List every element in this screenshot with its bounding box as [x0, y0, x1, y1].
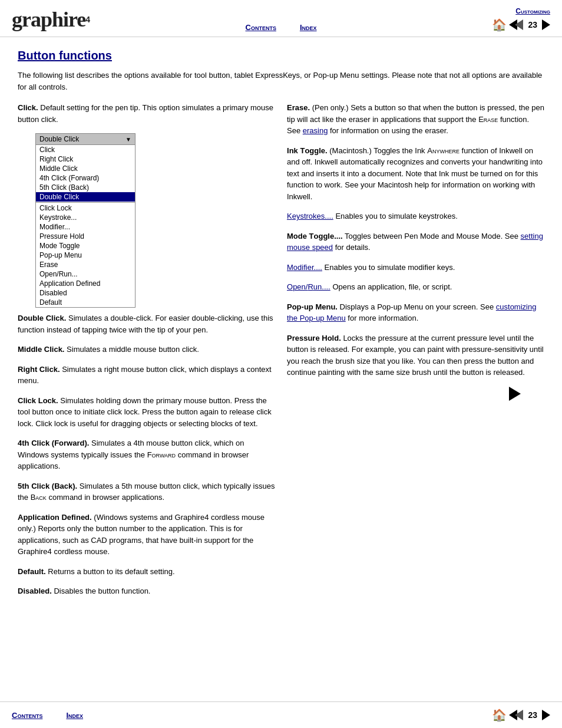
def-pressure-hold: Pressure Hold. Locks the pressure at the…	[287, 332, 544, 378]
header-nav: Contents Index	[245, 23, 316, 32]
footer-page-number: 23	[528, 710, 537, 720]
list-item: Click Lock	[36, 203, 135, 213]
prev-page-icon2[interactable]	[515, 19, 523, 30]
term-click-lock: Click Lock.	[18, 396, 58, 405]
desc-open-run: Opens an application, file, or script.	[332, 282, 452, 291]
term-middle-click: Middle Click.	[18, 345, 64, 354]
list-item: Middle Click	[36, 164, 135, 173]
footer: Contents Index 🏠 23	[0, 701, 562, 728]
term-open-run: Open/Run....	[287, 282, 330, 291]
header: graphire4 Contents Index Customizing 🏠 2…	[0, 0, 562, 37]
def-4th-click: 4th Click (Forward). Simulates a 4th mou…	[18, 437, 275, 472]
def-click: Click. Default setting for the pen tip. …	[18, 102, 275, 125]
desc-erase: (Pen only.) Sets a button so that when t…	[287, 103, 544, 135]
list-item: Default	[36, 298, 135, 307]
def-keystrokes: Keystrokes.... Enables you to simulate k…	[287, 210, 544, 222]
page-title: Button functions	[18, 49, 544, 62]
next-page-arrow-icon[interactable]	[509, 387, 521, 401]
list-item: Application Defined	[36, 279, 135, 288]
def-erase: Erase. (Pen only.) Sets a button so that…	[287, 102, 544, 137]
desc-keystrokes: Enables you to simulate keystrokes.	[335, 212, 457, 220]
def-open-run: Open/Run.... Opens an application, file,…	[287, 281, 544, 293]
list-item-selected: Double Click	[36, 192, 135, 202]
right-column: Erase. (Pen only.) Sets a button so that…	[287, 102, 544, 605]
term-mode-toggle: Mode Toggle....	[287, 232, 343, 241]
contents-link[interactable]: Contents	[245, 23, 276, 32]
list-item: Modifier...	[36, 222, 135, 232]
intro-text: The following list describes the options…	[18, 70, 544, 93]
term-right-click: Right Click.	[18, 365, 60, 374]
page-number: 23	[528, 20, 537, 29]
header-right: Customizing 🏠 23	[492, 7, 550, 32]
dropdown-arrow-icon: ▼	[125, 136, 131, 143]
keystrokes-link[interactable]: Keystrokes....	[287, 212, 333, 220]
list-item: Pressure Hold	[36, 232, 135, 241]
list-item: 4th Click (Forward)	[36, 173, 135, 183]
desc-click: Default setting for the pen tip. This op…	[18, 103, 273, 124]
def-modifier: Modifier.... Enables you to simulate mod…	[287, 262, 544, 274]
footer-next-icon[interactable]	[542, 710, 550, 720]
term-double-click: Double Click.	[18, 314, 66, 322]
list-item: Erase	[36, 260, 135, 269]
term-default: Default.	[18, 567, 46, 576]
term-pressure-hold: Pressure Hold.	[287, 334, 341, 342]
def-double-click: Double Click. Simulates a double-click. …	[18, 312, 275, 335]
footer-index-link[interactable]: Index	[66, 711, 83, 720]
term-erase: Erase.	[287, 103, 310, 112]
list-item: Click	[36, 145, 135, 154]
term-app-defined: Application Defined.	[18, 513, 92, 522]
def-ink-toggle: Ink Toggle. (Macintosh.) Toggles the Ink…	[287, 145, 544, 203]
footer-prev-icon2[interactable]	[515, 710, 523, 720]
list-item: Disabled	[36, 288, 135, 298]
next-page-icon[interactable]	[542, 19, 550, 30]
list-item: Keystroke...	[36, 213, 135, 222]
footer-controls: 🏠 23	[492, 708, 550, 722]
list-item: Pop-up Menu	[36, 251, 135, 260]
term-5th-click: 5th Click (Back).	[18, 482, 77, 490]
erasing-link[interactable]: erasing	[303, 126, 328, 135]
term-click: Click.	[18, 103, 38, 112]
def-5th-click: 5th Click (Back). Simulates a 5th mouse …	[18, 480, 275, 503]
def-mode-toggle: Mode Toggle.... Toggles between Pen Mode…	[287, 230, 544, 253]
term-4th-click: 4th Click (Forward).	[18, 439, 89, 447]
modifier-link[interactable]: Modifier....	[287, 263, 322, 272]
term-popup-menu: Pop-up Menu.	[287, 302, 338, 311]
content-area: Button functions The following list desc…	[0, 37, 562, 617]
logo-area: graphire4	[12, 7, 90, 32]
dropdown-widget: Double Click ▼ Click Right Click Middle …	[35, 133, 135, 308]
term-keystrokes: Keystrokes....	[287, 212, 333, 220]
page: graphire4 Contents Index Customizing 🏠 2…	[0, 0, 562, 728]
open-run-link[interactable]: Open/Run....	[287, 282, 330, 291]
list-divider	[36, 202, 135, 203]
def-popup-menu: Pop-up Menu. Displays a Pop-up Menu on y…	[287, 301, 544, 324]
list-item: Open/Run...	[36, 269, 135, 279]
footer-home-icon[interactable]: 🏠	[492, 708, 507, 722]
left-column: Click. Default setting for the pen tip. …	[18, 102, 275, 605]
desc-disabled: Disables the button function.	[54, 587, 150, 595]
desc-default: Returns a button to its default setting.	[48, 567, 174, 576]
footer-nav: Contents Index	[12, 711, 83, 720]
def-app-defined: Application Defined. (Windows systems an…	[18, 512, 275, 558]
def-middle-click: Middle Click. Simulates a middle mouse b…	[18, 344, 275, 355]
customizing-link[interactable]: Customizing	[515, 7, 550, 15]
two-column-layout: Click. Default setting for the pen tip. …	[18, 102, 544, 605]
term-modifier: Modifier....	[287, 263, 322, 272]
nav-controls: 🏠 23	[492, 18, 550, 32]
def-click-lock: Click Lock. Simulates holding down the p…	[18, 395, 275, 430]
term-disabled: Disabled.	[18, 587, 52, 595]
dropdown-selected-label: Double Click	[39, 135, 79, 143]
def-right-click: Right Click. Simulates a right mouse but…	[18, 364, 275, 387]
footer-contents-link[interactable]: Contents	[12, 711, 42, 720]
index-link[interactable]: Index	[300, 23, 317, 32]
logo: graphire	[12, 7, 85, 32]
desc-modifier: Enables you to simulate modifier keys.	[325, 263, 455, 272]
def-disabled: Disabled. Disables the button function.	[18, 585, 275, 597]
desc-middle-click: Simulates a middle mouse button click.	[67, 345, 199, 354]
list-item: 5th Click (Back)	[36, 183, 135, 192]
list-item: Mode Toggle	[36, 241, 135, 251]
home-icon[interactable]: 🏠	[492, 18, 507, 32]
dropdown-header: Double Click ▼	[36, 134, 135, 145]
list-item: Right Click	[36, 154, 135, 164]
next-arrow-area	[287, 387, 544, 403]
logo-sub: 4	[85, 15, 90, 24]
